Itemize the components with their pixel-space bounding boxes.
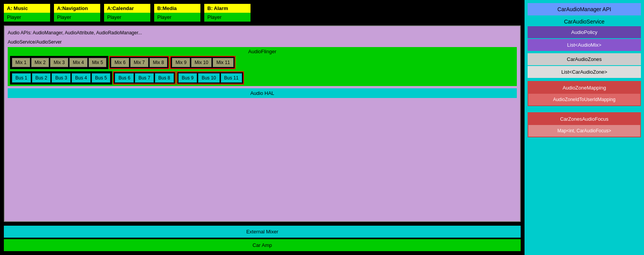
external-mixer-bar: External Mixer [4, 226, 521, 238]
mix-zone-1: Mix 1 Mix 2 Mix 3 Mix 4 Mix 5 [10, 56, 108, 69]
bus-1: Bus 1 [12, 73, 31, 83]
audio-zone-mapping-section: AudioZoneMapping AudioZoneIdToUserIdMapp… [528, 81, 641, 106]
mix-1: Mix 1 [12, 58, 30, 67]
arch-block: Audio APIs: AudioManager, AudioAttribute… [4, 25, 521, 222]
app-card-0-bottom: Player [4, 13, 50, 22]
right-panel: CarAudioManager API CarAudioService Audi… [525, 0, 644, 255]
audio-hal-bar: Audio HAL [8, 88, 517, 98]
list-audio-mix-box: List<AudioMix> [528, 39, 641, 51]
app-card-1-top: A:Navigation [54, 4, 100, 13]
mix-10: Mix 10 [191, 58, 212, 67]
app-card-1-bottom: Player [54, 13, 100, 22]
bottom-bars: External Mixer Car Amp [4, 226, 521, 251]
mix-2: Mix 2 [31, 58, 49, 67]
bus-9: Bus 9 [178, 73, 197, 83]
map-car-audio-focus-box: Map<int, CarAudioFocus> [528, 125, 640, 137]
app-card-3-bottom: Player [154, 13, 200, 22]
mix-8: Mix 8 [150, 58, 168, 67]
app-card-2-bottom: Player [104, 13, 150, 22]
audio-flinger-label: AudioFlinger [10, 49, 515, 54]
bus-2: Bus 2 [32, 73, 51, 83]
bus-10: Bus 10 [198, 73, 219, 83]
app-card-2-top: A:Calendar [104, 4, 150, 13]
mix-9: Mix 9 [172, 58, 190, 67]
mix-zone-3: Mix 9 Mix 10 Mix 11 [170, 56, 235, 69]
audio-zone-mapping-box: AudioZoneMapping [528, 82, 640, 94]
mix-zones-row: Mix 1 Mix 2 Mix 3 Mix 4 Mix 5 Mix 6 Mix … [10, 56, 515, 69]
app-card-3: B:Media Player [154, 4, 200, 22]
left-panel: A: Music Player A:Navigation Player A:Ca… [0, 0, 525, 255]
app-card-4: B: Alarm Player [204, 4, 251, 22]
bus-zone-3: Bus 9 Bus 10 Bus 11 [177, 71, 244, 84]
list-car-audio-zone-box: List<CarAudioZone> [528, 66, 641, 78]
mix-11: Mix 11 [213, 58, 233, 67]
mix-4: Mix 4 [69, 58, 87, 67]
car-amp-bar: Car Amp [4, 239, 521, 251]
car-audio-manager-api: CarAudioManager API [528, 3, 641, 15]
car-zones-audio-focus-box: CarZonesAudioFocus [528, 113, 640, 125]
bus-11: Bus 11 [221, 73, 242, 83]
app-cards-row: A: Music Player A:Navigation Player A:Ca… [4, 4, 521, 22]
bus-7: Bus 7 [135, 73, 154, 83]
app-card-0: A: Music Player [4, 4, 50, 22]
app-card-1: A:Navigation Player [54, 4, 100, 22]
bus-3: Bus 3 [52, 73, 71, 83]
bus-zone-1: Bus 1 Bus 2 Bus 3 Bus 4 Bus 5 [10, 71, 112, 84]
app-card-4-top: B: Alarm [204, 4, 251, 13]
bus-5: Bus 5 [92, 73, 111, 83]
bus-6: Bus 6 [115, 73, 134, 83]
bus-8: Bus 8 [155, 73, 174, 83]
audio-flinger-container: AudioFlinger Mix 1 Mix 2 Mix 3 Mix 4 Mix… [8, 47, 517, 86]
car-audio-service-label: CarAudioService [528, 17, 641, 26]
mix-7: Mix 7 [130, 58, 148, 67]
car-audio-zones-box: CarAudioZones [528, 53, 641, 65]
bus-zones-row: Bus 1 Bus 2 Bus 3 Bus 4 Bus 5 Bus 6 Bus … [10, 71, 515, 84]
mix-3: Mix 3 [50, 58, 68, 67]
app-card-4-bottom: Player [204, 13, 251, 22]
audio-service-label: AudioService/AudioServer [8, 39, 517, 46]
bus-4: Bus 4 [72, 73, 91, 83]
audio-policy-box: AudioPolicy [528, 26, 641, 38]
mix-zone-2: Mix 6 Mix 7 Mix 8 [109, 56, 169, 69]
bus-zone-2: Bus 6 Bus 7 Bus 8 [113, 71, 175, 84]
mix-6: Mix 6 [111, 58, 129, 67]
mix-5: Mix 5 [89, 58, 107, 67]
app-card-3-top: B:Media [154, 4, 200, 13]
app-card-0-top: A: Music [4, 4, 50, 13]
audio-apis-label: Audio APIs: AudioManager, AudioAttribute… [8, 29, 517, 36]
audio-zone-id-box: AudioZoneIdToUserIdMapping [528, 94, 640, 105]
app-card-2: A:Calendar Player [104, 4, 150, 22]
car-zones-audio-focus-section: CarZonesAudioFocus Map<int, CarAudioFocu… [528, 112, 641, 137]
